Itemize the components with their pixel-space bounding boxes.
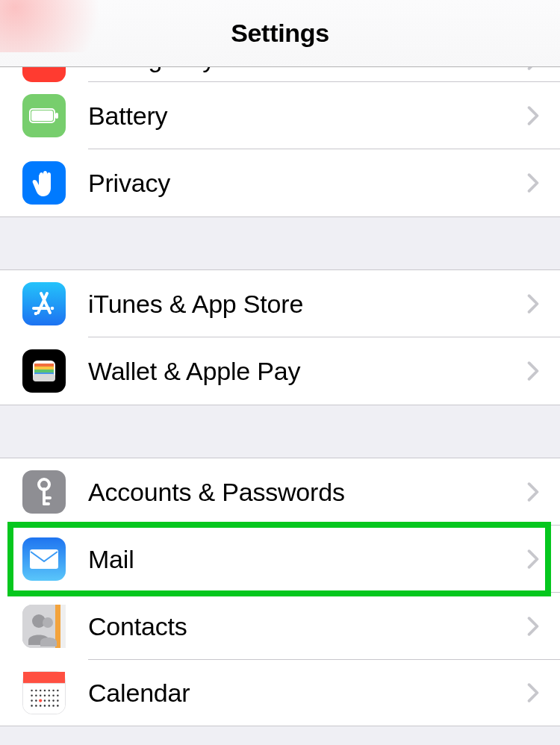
svg-point-34: [35, 695, 37, 697]
svg-point-32: [57, 690, 59, 692]
svg-point-33: [31, 695, 33, 697]
svg-point-46: [57, 699, 59, 702]
calendar-icon: [22, 671, 66, 714]
svg-point-44: [49, 699, 51, 702]
privacy-hand-icon: [22, 161, 66, 205]
nav-header: Settings: [0, 0, 560, 67]
svg-rect-13: [33, 374, 55, 381]
svg-point-38: [52, 695, 55, 697]
svg-point-29: [44, 690, 46, 692]
svg-point-45: [52, 699, 55, 702]
svg-point-31: [52, 690, 55, 692]
svg-point-36: [44, 695, 46, 697]
chevron-right-icon: [527, 67, 560, 70]
svg-point-40: [31, 699, 33, 702]
decoration-glow: [0, 0, 127, 52]
settings-row-calendar[interactable]: Calendar: [0, 660, 560, 726]
settings-row-contacts[interactable]: Contacts: [0, 593, 560, 660]
svg-point-26: [31, 690, 33, 692]
chevron-right-icon: [527, 683, 560, 702]
svg-point-37: [49, 695, 51, 697]
svg-point-50: [44, 705, 46, 707]
svg-rect-10: [34, 367, 54, 370]
svg-point-35: [40, 695, 42, 697]
wallet-icon: [22, 349, 66, 393]
settings-row-accounts-passwords[interactable]: Accounts & Passwords: [0, 458, 560, 526]
contacts-icon: [22, 605, 66, 648]
svg-point-6: [51, 307, 55, 311]
svg-point-39: [57, 695, 59, 697]
settings-group-general: Emergency SOS Battery Privacy: [0, 67, 560, 217]
settings-row-itunes-appstore[interactable]: iTunes & App Store: [0, 270, 560, 337]
chevron-right-icon: [527, 106, 560, 125]
appstore-icon: [22, 282, 66, 325]
chevron-right-icon: [527, 294, 560, 314]
chevron-right-icon: [527, 549, 560, 569]
svg-rect-2: [55, 113, 58, 119]
svg-point-53: [57, 705, 59, 707]
svg-point-30: [49, 690, 51, 692]
settings-row-battery[interactable]: Battery: [0, 82, 560, 149]
svg-point-27: [35, 690, 37, 692]
svg-rect-21: [60, 605, 66, 648]
settings-row-label: Battery: [66, 102, 527, 131]
settings-row-label: Privacy: [66, 169, 527, 198]
settings-row-label: Calendar: [66, 679, 527, 708]
chevron-right-icon: [527, 173, 560, 193]
settings-row-label: Accounts & Passwords: [66, 478, 527, 507]
svg-point-49: [40, 705, 42, 707]
settings-row-emergency-sos[interactable]: Emergency SOS: [0, 67, 560, 82]
svg-rect-25: [23, 672, 65, 683]
svg-rect-9: [34, 364, 54, 367]
chevron-right-icon: [527, 361, 560, 381]
battery-icon: [22, 94, 66, 137]
svg-rect-18: [30, 549, 58, 569]
settings-row-mail[interactable]: Mail: [0, 526, 560, 593]
settings-row-label: iTunes & App Store: [66, 290, 527, 319]
settings-group-store: iTunes & App Store Wallet & Apple Pay: [0, 269, 560, 405]
key-icon: [22, 470, 66, 514]
svg-point-41: [35, 699, 37, 702]
settings-row-privacy[interactable]: Privacy: [0, 149, 560, 216]
settings-row-label: Wallet & Apple Pay: [66, 357, 527, 386]
mail-icon: [22, 537, 66, 581]
settings-row-label: Contacts: [66, 612, 527, 641]
svg-point-28: [40, 690, 42, 692]
svg-point-52: [52, 705, 55, 707]
svg-point-48: [35, 705, 37, 707]
page-title: Settings: [231, 19, 329, 48]
settings-row-label: Emergency SOS: [66, 67, 527, 73]
sos-icon: [22, 67, 66, 82]
svg-point-23: [43, 617, 53, 628]
settings-group-accounts: Accounts & Passwords Mail: [0, 458, 560, 726]
svg-point-43: [44, 699, 46, 702]
svg-point-51: [49, 705, 51, 707]
settings-row-label: Mail: [66, 545, 527, 574]
svg-point-7: [34, 312, 38, 316]
chevron-right-icon: [527, 482, 560, 502]
chevron-right-icon: [527, 617, 560, 636]
svg-rect-11: [34, 370, 54, 372]
settings-row-wallet-applepay[interactable]: Wallet & Apple Pay: [0, 337, 560, 405]
svg-rect-1: [31, 110, 53, 121]
svg-point-47: [31, 705, 33, 707]
svg-point-42: [39, 699, 42, 702]
